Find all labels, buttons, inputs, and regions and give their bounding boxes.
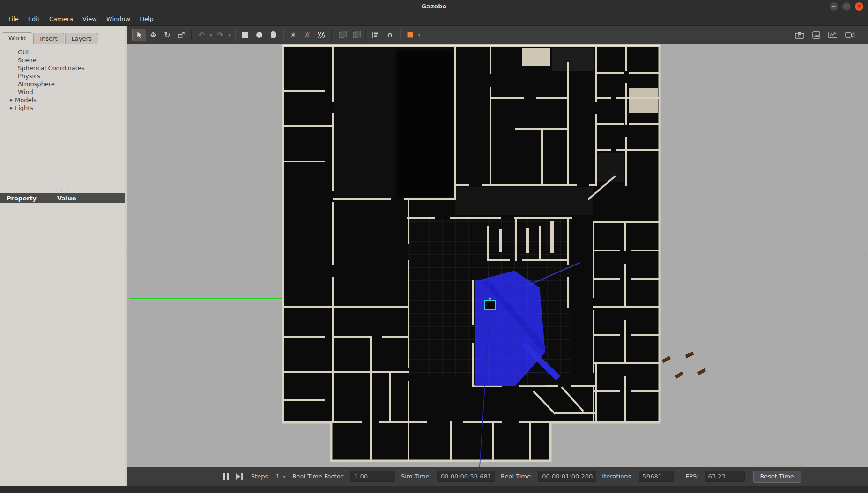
reset-time-button[interactable]: Reset Time — [753, 471, 801, 483]
close-button[interactable]: × — [855, 2, 863, 11]
undo-icon: ↶ — [198, 30, 204, 39]
rotate-mode-button[interactable]: ↻ — [160, 29, 174, 41]
property-table-header: Property Value — [0, 193, 125, 203]
toolbar-right-group: LOG — [795, 31, 855, 39]
tree-item-physics[interactable]: Physics — [0, 72, 125, 80]
redo-button[interactable]: ↷ — [213, 29, 227, 41]
sphere-shape-icon — [256, 32, 262, 38]
scale-icon — [178, 31, 185, 39]
steps-spinner[interactable]: 1 ▾ — [276, 473, 287, 480]
titlebar: Gazebo − ▢ × — [0, 0, 868, 13]
video-record-button[interactable] — [845, 32, 855, 38]
tree-item-spherical-coordinates[interactable]: Spherical Coordinates — [0, 64, 125, 72]
point-light-icon: ☼ — [304, 30, 311, 39]
window-controls: − ▢ × — [830, 2, 868, 11]
menu-file[interactable]: File — [4, 14, 23, 24]
fps-label: FPS: — [686, 473, 699, 480]
menu-window[interactable]: Window — [102, 14, 135, 24]
align-icon — [372, 31, 379, 38]
tree-item-scene[interactable]: Scene — [0, 56, 125, 64]
step-icon — [236, 473, 240, 480]
property-column-header: Property — [0, 195, 57, 202]
steps-spinner-caret[interactable]: ▾ — [282, 474, 287, 479]
paste-button — [349, 29, 363, 41]
copy-button — [334, 29, 349, 41]
tree-item-gui[interactable]: GUI — [0, 48, 125, 56]
expander-arrow-icon[interactable]: ▶ — [10, 96, 15, 103]
insert-sphere-button[interactable] — [252, 29, 266, 41]
tab-insert[interactable]: Insert — [33, 33, 64, 44]
tree-item-wind[interactable]: Wind — [0, 88, 125, 96]
align-tool-button[interactable] — [369, 29, 383, 41]
tab-layers[interactable]: Layers — [65, 33, 98, 44]
insert-spot-light-button[interactable] — [314, 29, 328, 41]
data-logger-button[interactable]: LOG — [812, 31, 820, 39]
tree-item-lights[interactable]: ▶ Lights — [0, 104, 125, 112]
menu-help[interactable]: Help — [135, 14, 158, 24]
window-title: Gazebo — [0, 3, 868, 10]
redo-history-dropdown[interactable]: ▾ — [227, 33, 232, 37]
fps-field: 63.23 — [705, 471, 745, 482]
real-time-label: Real Time: — [501, 473, 533, 480]
tree-item-label: Models — [15, 96, 37, 103]
step-button[interactable] — [236, 473, 243, 480]
tab-world[interactable]: World — [2, 32, 32, 44]
cylinder-shape-icon — [271, 31, 276, 38]
left-panel: World Insert Layers GUI Scene Spherical … — [0, 26, 125, 486]
scene-canvas[interactable] — [127, 44, 868, 467]
building-editor-dropdown[interactable]: ▾ — [417, 33, 422, 37]
magnet-snap-icon: ∩ — [387, 30, 393, 39]
horizontal-splitter[interactable] — [0, 189, 125, 193]
insert-directional-light-button[interactable]: ☀ — [286, 29, 300, 41]
iterations-label: Iterations: — [602, 473, 633, 480]
insert-cylinder-button[interactable] — [266, 29, 280, 41]
insert-box-button[interactable] — [238, 29, 252, 41]
plot-tool-button[interactable] — [828, 31, 837, 38]
panel-tabs: World Insert Layers — [0, 26, 125, 44]
rtf-field: 1.00 — [350, 471, 395, 482]
expander-arrow-icon[interactable]: ▶ — [10, 104, 15, 111]
wall-highlight — [282, 45, 660, 46]
real-time-field: 00 00:01:00.200 — [538, 471, 596, 482]
undo-button[interactable]: ↶ — [194, 29, 208, 41]
insert-point-light-button[interactable]: ☼ — [300, 29, 314, 41]
tree-item-atmosphere[interactable]: Atmosphere — [0, 80, 125, 88]
box-shape-icon — [242, 32, 248, 38]
building-editor-button[interactable] — [403, 29, 417, 41]
copy-icon — [339, 32, 344, 38]
minimize-button[interactable]: − — [830, 2, 838, 11]
camera-icon — [795, 31, 805, 39]
tree-item-models[interactable]: ▶ Models — [0, 96, 125, 104]
toolbar-separator — [331, 29, 332, 41]
tree-item-label: Lights — [15, 104, 33, 111]
svg-text:LOG: LOG — [813, 35, 819, 37]
scale-mode-button[interactable] — [174, 29, 188, 41]
snap-tool-button[interactable]: ∩ — [383, 29, 397, 41]
toolbar-separator — [283, 29, 283, 41]
line-chart-icon — [828, 31, 837, 38]
screenshot-button[interactable] — [795, 31, 805, 39]
render-viewport[interactable]: ⋮ — [127, 44, 868, 467]
property-table-body — [0, 203, 125, 486]
menu-view[interactable]: View — [78, 14, 102, 24]
right-panel-splitter[interactable]: ⋮ — [862, 254, 868, 258]
redo-icon: ↷ — [217, 30, 223, 39]
steps-label: Steps: — [251, 473, 270, 480]
window-bottom-edge — [0, 486, 868, 493]
step-icon-bar — [241, 473, 243, 480]
move-arrows-icon: ↔↕ — [149, 31, 157, 39]
undo-history-dropdown[interactable]: ▾ — [208, 33, 213, 37]
sim-time-label: Sim Time: — [401, 473, 431, 480]
select-mode-button[interactable] — [132, 29, 146, 41]
log-icon: LOG — [812, 31, 820, 39]
maximize-button[interactable]: ▢ — [842, 2, 851, 11]
menu-camera[interactable]: Camera — [45, 14, 78, 24]
spot-light-icon — [318, 32, 325, 38]
menu-edit[interactable]: Edit — [23, 14, 45, 24]
translate-mode-button[interactable]: ↔↕ — [146, 29, 160, 41]
menubar: File Edit Camera View Window Help — [0, 13, 868, 26]
building-floorplan[interactable] — [282, 45, 660, 461]
pause-button[interactable] — [223, 473, 229, 480]
rotate-icon: ↻ — [164, 30, 170, 39]
steps-value: 1 — [276, 473, 280, 480]
